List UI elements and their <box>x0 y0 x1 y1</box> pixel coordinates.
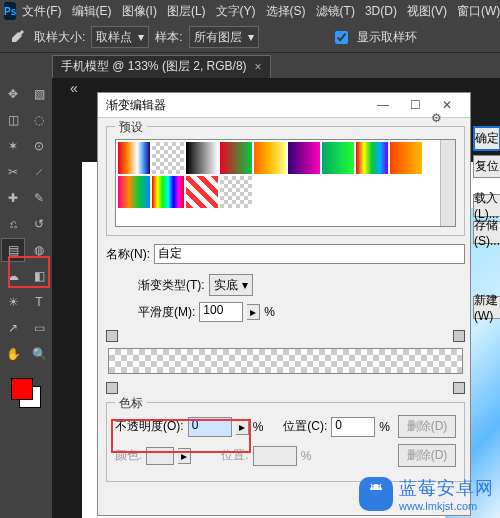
android-icon <box>359 477 393 511</box>
gear-icon[interactable]: ⚙ <box>431 111 442 125</box>
smoothness-label: 平滑度(M): <box>138 304 195 321</box>
show-sampling-ring-label: 显示取样环 <box>357 29 417 46</box>
preset-swatch[interactable] <box>220 142 252 174</box>
delete-color-stop-button[interactable]: 删除(D) <box>398 444 456 467</box>
dodge-tool[interactable]: ☀ <box>1 290 25 314</box>
preset-swatch[interactable] <box>322 142 354 174</box>
minimize-icon[interactable]: — <box>368 95 398 115</box>
stop-color-chip[interactable] <box>146 447 174 465</box>
menu-bar: Ps 文件(F) 编辑(E) 图像(I) 图层(L) 文字(Y) 选择(S) 滤… <box>0 0 500 22</box>
artboard-tool[interactable]: ▧ <box>27 82 51 106</box>
ok-button[interactable]: 确定 <box>473 126 500 151</box>
shape-tool[interactable]: ▭ <box>27 316 51 340</box>
brush-tool[interactable]: ✎ <box>27 186 51 210</box>
eraser-tool[interactable]: ◧ <box>27 264 51 288</box>
gradient-name-input[interactable]: 自定 <box>154 244 465 264</box>
preset-swatch[interactable] <box>118 176 150 208</box>
collapse-panel-icon[interactable]: « <box>70 80 78 96</box>
percent-sign: % <box>264 305 275 319</box>
eyedropper-tool[interactable]: ⟋ <box>27 160 51 184</box>
document-tab-bar: 手机模型 @ 133% (图层 2, RGB/8) × <box>0 53 500 80</box>
quick-select-tool[interactable]: ⊙ <box>27 134 51 158</box>
delete-stop-button[interactable]: 删除(D) <box>398 415 456 438</box>
clone-tool[interactable]: ⎌ <box>1 212 25 236</box>
smoothness-flyout[interactable]: ▸ <box>247 304 260 320</box>
color-flyout[interactable]: ▸ <box>178 448 191 464</box>
menu-filter[interactable]: 滤镜(T) <box>316 3 355 20</box>
presets-fieldset: 预设 ⚙ <box>106 126 465 236</box>
gradient-bar[interactable] <box>108 348 463 374</box>
bottom-stops-row[interactable] <box>106 380 465 392</box>
new-button[interactable]: 新建(W) <box>473 296 500 319</box>
watermark-title: 蓝莓安卓网 <box>399 476 494 500</box>
lasso-tool[interactable]: ◌ <box>27 108 51 132</box>
opacity-stop-right[interactable] <box>453 330 465 342</box>
preset-swatch[interactable] <box>152 176 184 208</box>
preset-swatch[interactable] <box>254 142 286 174</box>
maximize-icon[interactable]: ☐ <box>400 95 430 115</box>
smoothness-input[interactable]: 100 <box>199 302 243 322</box>
opacity-flyout[interactable]: ▸ <box>236 419 249 435</box>
menu-window[interactable]: 窗口(W) <box>457 3 500 20</box>
preset-swatch[interactable] <box>186 142 218 174</box>
presets-legend: 预设 <box>115 119 147 136</box>
document-tab-title: 手机模型 @ 133% (图层 2, RGB/8) <box>61 58 247 75</box>
load-button[interactable]: 载入(L)... <box>473 194 500 217</box>
percent-sign: % <box>253 420 264 434</box>
menu-layer[interactable]: 图层(L) <box>167 3 206 20</box>
close-icon[interactable]: × <box>255 60 262 74</box>
hand-tool[interactable]: ✋ <box>1 342 25 366</box>
color-swatch[interactable] <box>11 378 41 408</box>
preset-swatch[interactable] <box>220 176 252 208</box>
gradient-tool[interactable]: ▤ <box>1 238 25 262</box>
save-button[interactable]: 存储(S)... <box>473 221 500 244</box>
sample-size-label: 取样大小: <box>34 29 85 46</box>
zoom-tool[interactable]: 🔍 <box>27 342 51 366</box>
watermark: 蓝莓安卓网 www.lmkjst.com <box>359 476 494 512</box>
dialog-titlebar[interactable]: 渐变编辑器 — ☐ ✕ <box>98 93 470 118</box>
menu-view[interactable]: 视图(V) <box>407 3 447 20</box>
show-sampling-ring-checkbox[interactable] <box>335 31 348 44</box>
preset-swatch[interactable] <box>152 142 184 174</box>
preset-swatch[interactable] <box>186 176 218 208</box>
preset-swatch[interactable] <box>390 142 422 174</box>
path-tool[interactable]: ↗ <box>1 316 25 340</box>
menu-select[interactable]: 选择(S) <box>266 3 306 20</box>
preset-scrollbar[interactable] <box>440 140 455 226</box>
menu-3d[interactable]: 3D(D) <box>365 4 397 18</box>
menu-type[interactable]: 文字(Y) <box>216 3 256 20</box>
spot-heal-tool[interactable]: ✚ <box>1 186 25 210</box>
eyedropper-tool-icon[interactable] <box>6 26 28 48</box>
menu-edit[interactable]: 编辑(E) <box>72 3 112 20</box>
options-bar: 取样大小: 取样点▾ 样本: 所有图层▾ 显示取样环 <box>0 22 500 53</box>
gradient-type-label: 渐变类型(T): <box>138 277 205 294</box>
crop-tool[interactable]: ✂ <box>1 160 25 184</box>
sample-size-dropdown[interactable]: 取样点▾ <box>91 26 149 48</box>
document-tab[interactable]: 手机模型 @ 133% (图层 2, RGB/8) × <box>52 55 271 78</box>
opacity-stop-left[interactable] <box>106 330 118 342</box>
menu-file[interactable]: 文件(F) <box>22 3 61 20</box>
type-tool[interactable]: T <box>27 290 51 314</box>
paint-bucket-tool[interactable]: ◍ <box>27 238 51 262</box>
top-stops-row[interactable] <box>106 332 465 342</box>
color-stop-right[interactable] <box>453 382 465 394</box>
opacity-input[interactable]: 0 <box>188 417 232 437</box>
history-brush-tool[interactable]: ↺ <box>27 212 51 236</box>
position-input[interactable]: 0 <box>331 417 375 437</box>
move-tool[interactable]: ✥ <box>1 82 25 106</box>
dialog-title: 渐变编辑器 <box>106 97 366 114</box>
wand-tool[interactable]: ✶ <box>1 134 25 158</box>
marquee-tool[interactable]: ◫ <box>1 108 25 132</box>
reset-button[interactable]: 复位 <box>473 155 500 178</box>
preset-swatch[interactable] <box>118 142 150 174</box>
menu-image[interactable]: 图像(I) <box>122 3 157 20</box>
stops-fieldset: 色标 不透明度(O): 0 ▸ % 位置(C): 0 % 删除(D) 颜色: <box>106 402 465 482</box>
color-stop-left[interactable] <box>106 382 118 394</box>
preset-swatch[interactable] <box>356 142 388 174</box>
sample-layers-dropdown[interactable]: 所有图层▾ <box>189 26 259 48</box>
blur-tool[interactable]: ☁ <box>1 264 25 288</box>
preset-swatch[interactable] <box>288 142 320 174</box>
gradient-type-dropdown[interactable]: 实底▾ <box>209 274 253 296</box>
preset-grid <box>115 139 456 227</box>
foreground-color[interactable] <box>11 378 33 400</box>
